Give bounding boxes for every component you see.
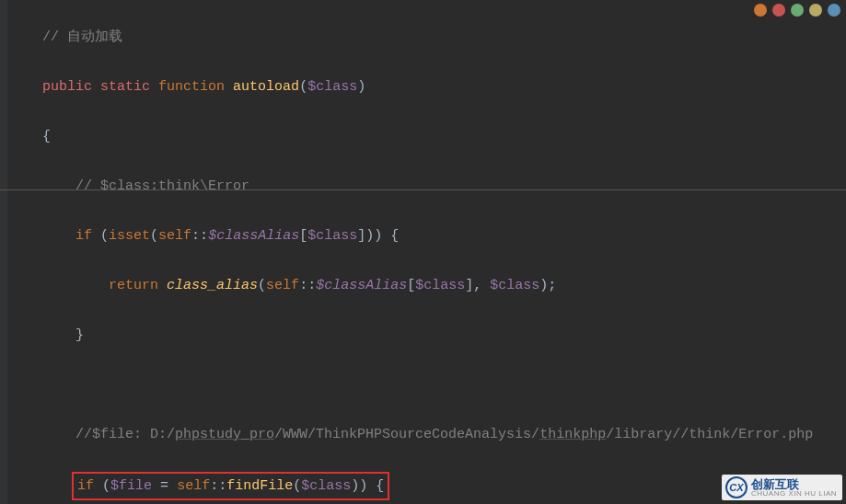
- editor-gutter: [0, 0, 7, 504]
- code-editor[interactable]: // 自动加载 public static function autoload(…: [7, 0, 846, 504]
- code-line: //$file: D:/phpstudy_pro/WWW/ThinkPHPSou…: [9, 422, 846, 447]
- highlight-box: if ($file = self::findFile($class)) {: [72, 472, 389, 500]
- code-line: // 自动加载: [9, 25, 846, 50]
- code-line: {: [9, 124, 846, 149]
- code-line: [9, 372, 846, 397]
- code-line: if (isset(self::$classAlias[$class])) {: [9, 223, 846, 248]
- watermark-title: 创新互联: [751, 478, 837, 490]
- code-line: public static function autoload($class): [9, 74, 846, 99]
- code-line: }: [9, 323, 846, 348]
- watermark-logo-icon: CX: [725, 476, 747, 498]
- watermark: CX 创新互联 CHUANG XIN HU LIAN: [722, 475, 842, 500]
- watermark-subtitle: CHUANG XIN HU LIAN: [751, 490, 837, 498]
- code-line: return class_alias(self::$classAlias[$cl…: [9, 273, 846, 298]
- code-line: // $class:think\Error: [9, 174, 846, 199]
- code-line: if ($file = self::findFile($class)) {: [9, 472, 846, 497]
